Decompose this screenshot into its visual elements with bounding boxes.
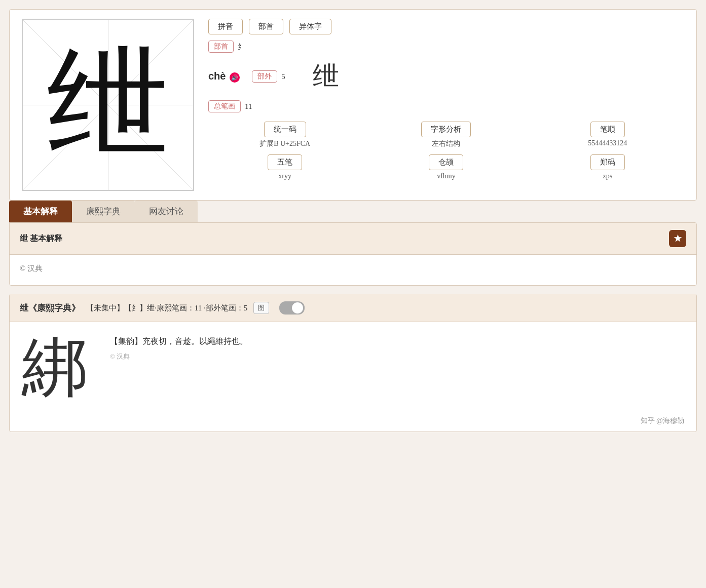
aside-label1: 部外 (252, 70, 277, 83)
toggle-knob (292, 302, 303, 313)
stroke-outside-row: 部外 5 (252, 70, 285, 83)
radical-badge: 部首 (208, 41, 234, 53)
total-strokes-badge: 总笔画 (208, 100, 241, 112)
kangxi-meta: 【未集中】【纟】绁·康熙笔画：11 ·部外笔画：5 (86, 303, 247, 313)
aside-value1: 5 (281, 72, 285, 81)
watermark: 知乎 @海穆勒 (10, 412, 696, 432)
kangxi-body: 綁 【集韵】充夜切，音趁。以繩維持也。 © 汉典 (10, 322, 696, 412)
tab-discussion[interactable]: 网友讨论 (135, 201, 198, 222)
pinyin-button[interactable]: 拼音 (208, 19, 243, 34)
kangxi-definition: 【集韵】充夜切，音趁。以繩維持也。 (110, 334, 248, 348)
tab-kangxi[interactable]: 康熙字典 (72, 201, 135, 222)
cangje-val: vfhmy (437, 172, 456, 180)
wubi-item: 五笔 xryy (208, 154, 361, 180)
bushou-button[interactable]: 部首 (249, 19, 283, 34)
wubi-val: xryy (278, 172, 291, 180)
basic-section-body: © 汉典 (10, 255, 696, 285)
wubi-btn[interactable]: 五笔 (268, 154, 302, 170)
cangje-btn[interactable]: 仓颉 (429, 154, 463, 170)
kangxi-title: 绁《康熙字典》 (20, 302, 80, 314)
kangxi-character-image: 綁 (22, 334, 98, 400)
top-buttons-row: 拼音 部首 异体字 (208, 19, 684, 34)
kangxi-card: 绁《康熙字典》 【未集中】【纟】绁·康熙笔画：11 ·部外笔画：5 图 綁 【集… (9, 294, 697, 432)
radical-row: 部首 纟 (208, 41, 684, 53)
total-strokes-row: 总笔画 11 (208, 100, 684, 112)
unified-code-btn[interactable]: 统一码 (264, 122, 306, 137)
stroke-order-item: 笔顺 55444433124 (531, 122, 684, 148)
basic-section-card: 绁 基本解释 ★ © 汉典 (9, 222, 697, 286)
tab-bar: 基本解释 康熙字典 网友讨论 (9, 201, 697, 222)
radical-value: 纟 (238, 42, 245, 52)
info-panel: 拼音 部首 异体字 部首 纟 chè 🔊 部外 5 绁 总笔画 11 (208, 19, 684, 191)
kangxi-copyright: © 汉典 (110, 352, 248, 361)
main-character: 绁 (47, 44, 169, 166)
yitizi-button[interactable]: 异体字 (289, 19, 331, 34)
tab-basic[interactable]: 基本解释 (9, 201, 72, 222)
pronunciation-row: chè 🔊 部外 5 绁 (208, 59, 684, 94)
unified-code-val: 扩展B U+25FCA (259, 139, 310, 148)
zhengma-btn[interactable]: 郑码 (590, 154, 625, 170)
structure-val: 左右结构 (432, 139, 460, 148)
stroke-order-btn[interactable]: 笔顺 (590, 122, 625, 137)
zhengma-item: 郑码 zps (531, 154, 684, 180)
top-info-card: 绁 拼音 部首 异体字 部首 纟 chè 🔊 部外 5 绁 (9, 9, 697, 201)
structure-btn[interactable]: 字形分析 (421, 122, 471, 137)
kangxi-header: 绁《康熙字典》 【未集中】【纟】绁·康熙笔画：11 ·部外笔画：5 图 (10, 294, 696, 322)
pron-syllable: chè (208, 70, 226, 82)
stroke-order-val: 55444433124 (588, 139, 627, 147)
total-strokes-value: 11 (245, 102, 252, 111)
character-display-box: 绁 (22, 19, 194, 191)
aside-character: 绁 (313, 59, 339, 94)
basic-copyright: © 汉典 (20, 264, 43, 272)
basic-section-title: 绁 基本解释 (20, 233, 62, 244)
kangxi-content: 【集韵】充夜切，音趁。以繩維持也。 © 汉典 (110, 334, 248, 361)
pronunciation-text: chè 🔊 (208, 70, 240, 83)
unified-code-item: 统一码 扩展B U+25FCA (208, 122, 361, 148)
structure-item: 字形分析 左右结构 (369, 122, 523, 148)
sound-icon[interactable]: 🔊 (230, 72, 240, 83)
toggle-switch[interactable] (279, 301, 305, 315)
cangje-item: 仓颉 vfhmy (369, 154, 523, 180)
favorite-button[interactable]: ★ (669, 230, 686, 247)
basic-section-header: 绁 基本解释 ★ (10, 223, 696, 255)
info-grid: 统一码 扩展B U+25FCA 字形分析 左右结构 笔顺 55444433124… (208, 122, 684, 180)
img-button[interactable]: 图 (253, 302, 269, 314)
zhengma-val: zps (603, 172, 612, 180)
